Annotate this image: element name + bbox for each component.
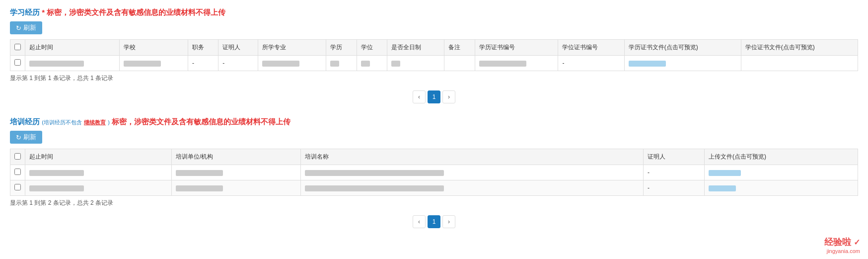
refresh-icon-2: ↻ bbox=[16, 134, 21, 141]
row2-checkbox-cell-2 bbox=[10, 180, 25, 196]
section1-prev-page[interactable]: ‹ bbox=[413, 90, 426, 103]
cell-degree bbox=[357, 56, 387, 71]
cell2-time-1 bbox=[25, 165, 172, 180]
col-note: 备注 bbox=[444, 40, 475, 56]
section2-refresh-button[interactable]: ↻ 刷新 bbox=[10, 131, 42, 144]
cell2-time-2 bbox=[25, 180, 172, 196]
watermark-check: ✓ bbox=[854, 238, 860, 239]
col2-checkbox bbox=[10, 149, 25, 165]
section1-page-1[interactable]: 1 bbox=[428, 90, 440, 103]
section2-title-sub: (培训经历不包含 bbox=[42, 119, 82, 125]
section1-header-row: 起止时间 学校 职务 证明人 所学专业 学历 学位 是否全日制 备注 学历证书编… bbox=[10, 40, 858, 56]
section1-title-warn: * 标密，涉密类文件及含有敏感信息的业绩材料不得上传 bbox=[42, 8, 225, 16]
cell-edu-file[interactable] bbox=[624, 56, 741, 71]
section2-title: 培训经历 (培训经历不包含 继续教育 ) 标密，涉密类文件及含有敏感信息的业绩材… bbox=[10, 117, 858, 127]
col-school: 学校 bbox=[120, 40, 188, 56]
cell-degree-num: - bbox=[558, 56, 624, 71]
section1-next-page[interactable]: › bbox=[442, 90, 455, 103]
section2-title-main: 培训经历 bbox=[10, 117, 40, 126]
cell-job: - bbox=[188, 56, 218, 71]
col-witness1: 证明人 bbox=[218, 40, 258, 56]
col-job: 职务 bbox=[188, 40, 218, 56]
section2-record-info: 显示第 1 到第 2 条记录，总共 2 条记录 bbox=[10, 199, 858, 207]
section2-refresh-label: 刷新 bbox=[23, 133, 36, 142]
col2-witness: 证明人 bbox=[643, 149, 704, 165]
watermark-text: 经验啦 bbox=[824, 237, 851, 239]
row2-checkbox-2[interactable] bbox=[14, 184, 21, 190]
section2-prev-page[interactable]: ‹ bbox=[413, 215, 426, 228]
col2-file: 上传文件(点击可预览) bbox=[705, 149, 858, 165]
cell-note bbox=[444, 56, 475, 71]
section2-table: 起止时间 培训单位/机构 培训名称 证明人 上传文件(点击可预览) - bbox=[10, 149, 858, 196]
col-edu-num: 学历证书编号 bbox=[475, 40, 558, 56]
section1-title-main: 学习经历 bbox=[10, 8, 40, 16]
cell2-witness-2: - bbox=[643, 180, 704, 196]
col-checkbox bbox=[10, 40, 25, 56]
row2-checkbox-1[interactable] bbox=[14, 169, 21, 175]
section2-title-warn: 标密，涉密类文件及含有敏感信息的业绩材料不得上传 bbox=[112, 117, 290, 126]
col2-time: 起止时间 bbox=[25, 149, 172, 165]
cell2-org-1 bbox=[171, 165, 300, 180]
table-row: - bbox=[10, 180, 858, 196]
section2-title-after: ) bbox=[108, 119, 110, 125]
cell2-name-2 bbox=[301, 180, 644, 196]
col-degree-file: 学位证书文件(点击可预览) bbox=[741, 40, 858, 56]
table-row: - - - bbox=[10, 56, 858, 71]
section1-title: 学习经历 * 标密，涉密类文件及含有敏感信息的业绩材料不得上传 bbox=[10, 8, 858, 17]
col-time1: 起止时间 bbox=[25, 40, 120, 56]
cell-school bbox=[120, 56, 188, 71]
col-edu-file: 学历证书文件(点击可预览) bbox=[624, 40, 741, 56]
section2-title-link[interactable]: 继续教育 bbox=[84, 119, 106, 125]
section2: 培训经历 (培训经历不包含 继续教育 ) 标密，涉密类文件及含有敏感信息的业绩材… bbox=[10, 117, 858, 228]
row2-checkbox-cell bbox=[10, 165, 25, 180]
section1-pagination: ‹ 1 › bbox=[10, 90, 858, 103]
section1-refresh-button[interactable]: ↻ 刷新 bbox=[10, 21, 42, 34]
cell-time bbox=[25, 56, 120, 71]
cell-degree-file bbox=[741, 56, 858, 71]
section2-header-row: 起止时间 培训单位/机构 培训名称 证明人 上传文件(点击可预览) bbox=[10, 149, 858, 165]
select-all-checkbox-1[interactable] bbox=[14, 44, 21, 50]
cell-edu-num bbox=[475, 56, 558, 71]
row-checkbox-cell bbox=[10, 56, 25, 71]
watermark: 经验啦 ✓ jingyania.com bbox=[824, 236, 860, 239]
select-all-checkbox-2[interactable] bbox=[14, 153, 21, 160]
col-fulltime: 是否全日制 bbox=[387, 40, 444, 56]
col2-org: 培训单位/机构 bbox=[171, 149, 300, 165]
cell2-file-1[interactable] bbox=[705, 165, 858, 180]
section1-table: 起止时间 学校 职务 证明人 所学专业 学历 学位 是否全日制 备注 学历证书编… bbox=[10, 39, 858, 71]
row-checkbox[interactable] bbox=[14, 59, 21, 66]
cell-fulltime bbox=[387, 56, 444, 71]
col-major: 所学专业 bbox=[258, 40, 326, 56]
col-edu: 学历 bbox=[326, 40, 357, 56]
section1: 学习经历 * 标密，涉密类文件及含有敏感信息的业绩材料不得上传 ↻ 刷新 起止时… bbox=[10, 8, 858, 103]
cell2-witness-1: - bbox=[643, 165, 704, 180]
cell2-org-2 bbox=[171, 180, 300, 196]
col-degree: 学位 bbox=[357, 40, 387, 56]
cell-major bbox=[258, 56, 326, 71]
col-degree-num: 学位证书编号 bbox=[558, 40, 624, 56]
section1-record-info: 显示第 1 到第 1 条记录，总共 1 条记录 bbox=[10, 74, 858, 83]
cell2-name-1 bbox=[301, 165, 644, 180]
col2-name: 培训名称 bbox=[301, 149, 644, 165]
refresh-icon: ↻ bbox=[16, 24, 21, 32]
section2-pagination: ‹ 1 › bbox=[10, 215, 858, 228]
cell2-file-2[interactable] bbox=[705, 180, 858, 196]
section1-refresh-label: 刷新 bbox=[23, 23, 36, 32]
section2-next-page[interactable]: › bbox=[442, 215, 455, 228]
cell-edu bbox=[326, 56, 357, 71]
cell-witness: - bbox=[218, 56, 258, 71]
table-row: - bbox=[10, 165, 858, 180]
section2-page-1[interactable]: 1 bbox=[428, 215, 440, 228]
